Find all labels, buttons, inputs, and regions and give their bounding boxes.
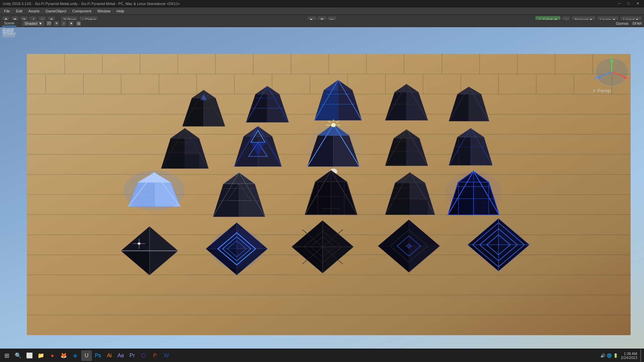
scene-content: Y X Z < Persp Scene Shaded — [0, 27, 644, 349]
shading-dropdown[interactable]: Shaded ▼ — [22, 20, 45, 26]
task-view-btn[interactable]: ⬜ — [24, 350, 35, 361]
scene-tab[interactable]: Scene — [2, 20, 16, 26]
windows-start-btn[interactable]: ⊞ — [1, 350, 12, 361]
svg-text:< Persp: < Persp — [593, 88, 611, 93]
menu-assets[interactable]: Assets — [26, 8, 42, 14]
svg-text:Z: Z — [594, 76, 596, 80]
show-desktop-btn[interactable] — [640, 350, 641, 362]
minimize-btn[interactable]: ─ — [616, 1, 623, 6]
sep — [19, 20, 19, 27]
firefox-btn[interactable]: 🦊 — [58, 350, 69, 361]
svg-rect-92 — [171, 155, 199, 169]
menu-bar: File Edit Assets GameObject Component Wi… — [0, 7, 644, 15]
pyramid-3-1 — [123, 171, 185, 211]
taskbar: ⊞ 🔍 ⬜ 📁 ● 🦊 ◈ U Ps Ai Ae Pr ⬡ P W 🔊 🌐 🔋 … — [0, 349, 644, 362]
pyramid-3-5 — [445, 171, 502, 215]
scene-view-label: Scene — [3, 27, 14, 32]
brick-floor-container: Y X Z < Persp — [27, 54, 631, 335]
scene-svg: Y X Z < Persp — [27, 54, 631, 335]
menu-gameobject[interactable]: GameObject — [43, 8, 69, 14]
effects-btn[interactable]: ★ — [68, 20, 74, 26]
scene-toolbar: Scene Shaded ▼ 2D ☀ ♪ ★ ▤ Gizmos SFAR — [0, 20, 644, 27]
date-display: 2/24/2023 — [621, 356, 637, 360]
title-bar: Unity 2018.3.11f1 - Sci-Fi Pyramid Metal… — [0, 0, 644, 7]
tray-icon-2[interactable]: 🌐 — [607, 353, 612, 358]
word-btn[interactable]: W — [161, 350, 172, 361]
system-tray: 🔊 🌐 🔋 1:38 AM 2/24/2023 — [600, 350, 643, 362]
svg-point-243 — [475, 227, 522, 263]
ae-btn[interactable]: Ae — [115, 350, 126, 361]
svg-point-192 — [445, 171, 502, 215]
search-btn[interactable]: 🔍 — [13, 350, 23, 361]
sky-btn[interactable]: ▤ — [75, 20, 82, 26]
close-btn[interactable]: ✕ — [634, 1, 641, 6]
tray-icon-3[interactable]: 🔋 — [613, 353, 618, 358]
gizmos-label[interactable]: Gizmos — [616, 21, 628, 25]
svg-text:X: X — [629, 76, 631, 80]
maximize-btn[interactable]: □ — [625, 1, 632, 6]
pr-btn[interactable]: Pr — [127, 350, 138, 361]
shaded-label: Shaded — [3, 32, 15, 36]
sfar-label: SFAR — [632, 21, 642, 25]
vs-btn[interactable]: ⬡ — [138, 350, 149, 361]
chrome-btn[interactable]: ● — [47, 350, 58, 361]
menu-help[interactable]: Help — [114, 8, 127, 14]
svg-text:Y: Y — [610, 54, 613, 58]
svg-rect-180 — [392, 200, 428, 215]
ppt-btn[interactable]: P — [150, 350, 160, 361]
menu-file[interactable]: File — [1, 8, 13, 14]
time-display: 1:38 AM — [621, 352, 637, 356]
edge-btn[interactable]: ◈ — [70, 350, 80, 361]
dropdown-arrow: ▼ — [39, 21, 42, 25]
unity-btn[interactable]: U — [81, 350, 92, 361]
illustrator-btn[interactable]: Ai — [104, 350, 115, 361]
clock-display[interactable]: 1:38 AM 2/24/2023 — [620, 352, 639, 360]
photoshop-btn[interactable]: Ps — [93, 350, 103, 361]
file-explorer-btn[interactable]: 📁 — [36, 350, 46, 361]
svg-point-211 — [211, 229, 263, 269]
svg-point-140 — [123, 171, 185, 211]
2d-toggle[interactable]: 2D — [46, 20, 52, 26]
lighting-btn[interactable]: ☀ — [53, 20, 59, 26]
svg-point-110 — [331, 123, 336, 127]
audio-btn[interactable]: ♪ — [61, 20, 67, 26]
menu-edit[interactable]: Edit — [13, 8, 25, 14]
menu-window[interactable]: Window — [95, 8, 113, 14]
title-text: Unity 2018.3.11f1 - Sci-Fi Pyramid Metal… — [3, 2, 180, 6]
viewport[interactable]: Y X Z < Persp Scene Shaded — [0, 27, 644, 349]
tray-icon-1[interactable]: 🔊 — [600, 353, 605, 358]
menu-component[interactable]: Component — [69, 8, 94, 14]
